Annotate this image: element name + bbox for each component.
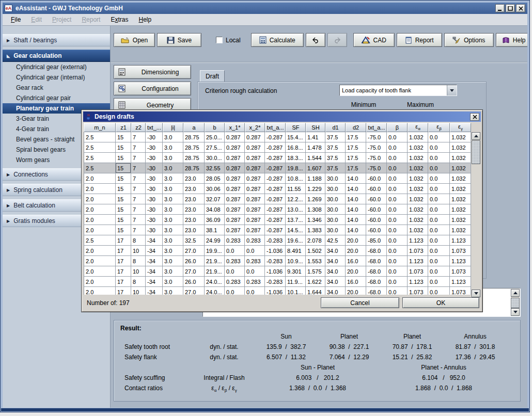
cell[interactable]: 10.9... xyxy=(286,256,306,266)
column-header[interactable]: |i| xyxy=(163,123,183,132)
cell[interactable]: 0.287 xyxy=(245,173,265,184)
cell[interactable]: 26.0 xyxy=(183,277,205,287)
cell[interactable]: 0.287 xyxy=(225,163,245,173)
column-header[interactable]: txt_... xyxy=(146,123,163,132)
cancel-button[interactable]: Cancel xyxy=(321,297,399,308)
table-row[interactable]: 2.0157-303.023.030.060.2870.287-0.28711.… xyxy=(84,184,471,194)
cell[interactable]: 1.032 xyxy=(450,163,471,173)
cell[interactable]: 15.4... xyxy=(286,132,306,142)
open-button[interactable]: Open xyxy=(114,33,155,47)
table-row[interactable]: 2.0178-343.026.021.9...0.2830.283-0.2831… xyxy=(84,256,471,266)
cell[interactable]: 23.0 xyxy=(183,184,205,194)
column-header[interactable]: b xyxy=(205,123,225,132)
tab-draft[interactable]: Draft xyxy=(200,70,225,82)
cell[interactable]: 2.0 xyxy=(84,194,116,204)
cell[interactable]: 7 xyxy=(131,225,146,235)
cell[interactable]: 2.0 xyxy=(84,173,116,184)
cell[interactable]: 2.0 xyxy=(84,184,116,194)
cell[interactable]: 3.0 xyxy=(163,132,183,142)
cell[interactable]: -1.036 xyxy=(265,266,286,277)
cell[interactable]: 23.0 xyxy=(183,215,205,225)
cell[interactable]: 2.0 xyxy=(84,256,116,266)
cell[interactable]: -75.0 xyxy=(366,132,387,142)
scroll-down-button[interactable] xyxy=(511,308,520,316)
cell[interactable]: 37.5 xyxy=(325,142,346,153)
cell[interactable]: 7 xyxy=(131,215,146,225)
criterion-dropdown[interactable]: Load capacity of tooth flank xyxy=(339,85,457,96)
cell[interactable]: 0.0 xyxy=(428,153,450,163)
cell[interactable]: 17.5 xyxy=(346,142,366,153)
ok-button[interactable]: OK xyxy=(402,297,479,308)
cell[interactable]: 3.0 xyxy=(163,266,183,277)
cell[interactable]: 7 xyxy=(131,184,146,194)
cell[interactable]: 28.75 xyxy=(183,153,205,163)
cell[interactable]: 0.283 xyxy=(245,277,265,287)
cell[interactable]: 3.0 xyxy=(163,246,183,256)
cell[interactable]: 23.0 xyxy=(183,225,205,235)
cell[interactable]: 19.8... xyxy=(286,163,306,173)
column-header[interactable]: SH xyxy=(306,123,325,132)
cell[interactable]: 8 xyxy=(131,277,146,287)
cell[interactable]: 1.073 xyxy=(408,246,428,256)
cell[interactable]: 28.75 xyxy=(183,163,205,173)
cell[interactable]: 28.75 xyxy=(183,132,205,142)
cell[interactable]: 0.0 xyxy=(428,173,450,184)
cell[interactable]: 0.0 xyxy=(387,132,408,142)
cell[interactable]: 32.07 xyxy=(205,194,225,204)
table-row[interactable]: 2.0157-303.023.034.080.2870.287-0.28713.… xyxy=(84,204,471,215)
cell[interactable]: 3.0 xyxy=(163,215,183,225)
cell[interactable]: 36.09 xyxy=(205,215,225,225)
cell[interactable]: 0.0 xyxy=(225,266,245,277)
cell[interactable]: 0.0 xyxy=(428,256,450,266)
cell[interactable]: 0.0 xyxy=(428,204,450,215)
cell[interactable]: 0.0 xyxy=(387,266,408,277)
cell[interactable]: -60.0 xyxy=(366,225,387,235)
column-header[interactable]: txt_a... xyxy=(265,123,286,132)
menu-help[interactable]: Help xyxy=(133,14,157,25)
cell[interactable]: -30 xyxy=(146,132,163,142)
cell[interactable]: 1.032 xyxy=(450,132,471,142)
cell[interactable]: 19.6... xyxy=(286,235,306,246)
cell[interactable]: -60.0 xyxy=(366,204,387,215)
cell[interactable]: 0.287 xyxy=(245,204,265,215)
cell[interactable]: 24.0... xyxy=(205,287,225,295)
cell[interactable]: 10 xyxy=(131,246,146,256)
column-header[interactable]: m_n xyxy=(84,123,116,132)
cell[interactable]: 1.123 xyxy=(408,235,428,246)
cell[interactable]: 27.5... xyxy=(205,142,225,153)
cell[interactable]: 19.9... xyxy=(205,246,225,256)
cell[interactable]: -30 xyxy=(146,215,163,225)
cell[interactable]: -60.0 xyxy=(366,173,387,184)
cell[interactable]: -0.287 xyxy=(265,142,286,153)
cell[interactable]: 2.0 xyxy=(84,215,116,225)
cell[interactable]: -30 xyxy=(146,225,163,235)
cell[interactable]: 3.0 xyxy=(163,153,183,163)
cell[interactable]: 34.0 xyxy=(325,256,346,266)
cell[interactable]: 1.032 xyxy=(450,142,471,153)
cell[interactable]: 3.0 xyxy=(163,142,183,153)
cell[interactable]: 13.7... xyxy=(286,215,306,225)
cell[interactable]: -0.287 xyxy=(265,153,286,163)
cell[interactable]: 14.0 xyxy=(346,184,366,194)
cell[interactable]: 2.0 xyxy=(84,225,116,235)
cell[interactable]: -75.0 xyxy=(366,163,387,173)
column-header[interactable]: z2 xyxy=(131,123,146,132)
dialog-scrollbar[interactable] xyxy=(472,132,480,297)
cell[interactable]: -0.287 xyxy=(265,184,286,194)
scroll-up-button[interactable] xyxy=(472,132,480,140)
cell[interactable]: 0.287 xyxy=(225,184,245,194)
cell[interactable]: 0.287 xyxy=(245,225,265,235)
column-header[interactable]: d1 xyxy=(325,123,346,132)
column-header[interactable]: β xyxy=(387,123,408,132)
cell[interactable]: 1.308 xyxy=(306,204,325,215)
cell[interactable]: 8 xyxy=(131,235,146,246)
cell[interactable]: 16.0 xyxy=(346,277,366,287)
cell[interactable]: -30 xyxy=(146,184,163,194)
cell[interactable]: 7 xyxy=(131,204,146,215)
cell[interactable]: 27.0 xyxy=(183,287,205,295)
cell[interactable]: 30.0 xyxy=(325,225,346,235)
cell[interactable]: -34 xyxy=(146,287,163,295)
cell[interactable]: 1.123 xyxy=(408,256,428,266)
cell[interactable]: 15 xyxy=(116,163,131,173)
table-row[interactable]: 2.01710-343.027.024.0...0.00.0-1.03610.1… xyxy=(84,287,471,295)
